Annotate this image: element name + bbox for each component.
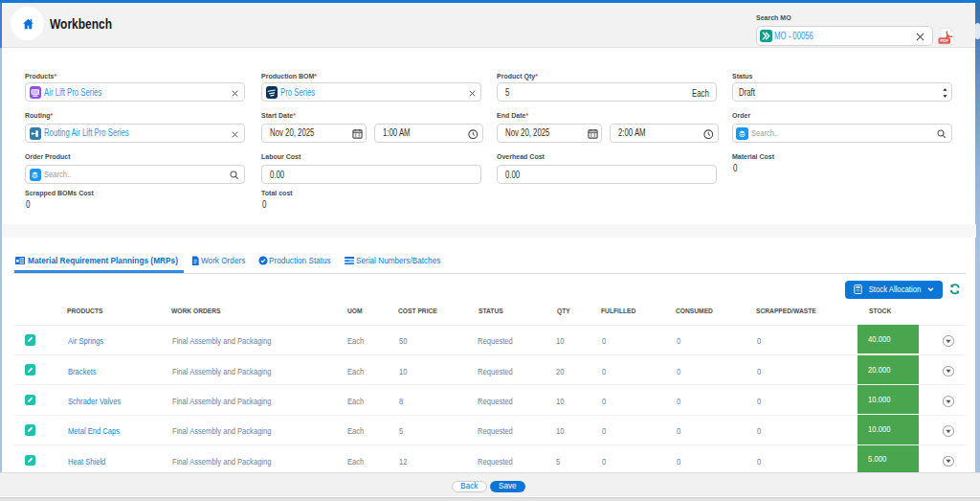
svg-text:PDF: PDF [940,38,948,43]
